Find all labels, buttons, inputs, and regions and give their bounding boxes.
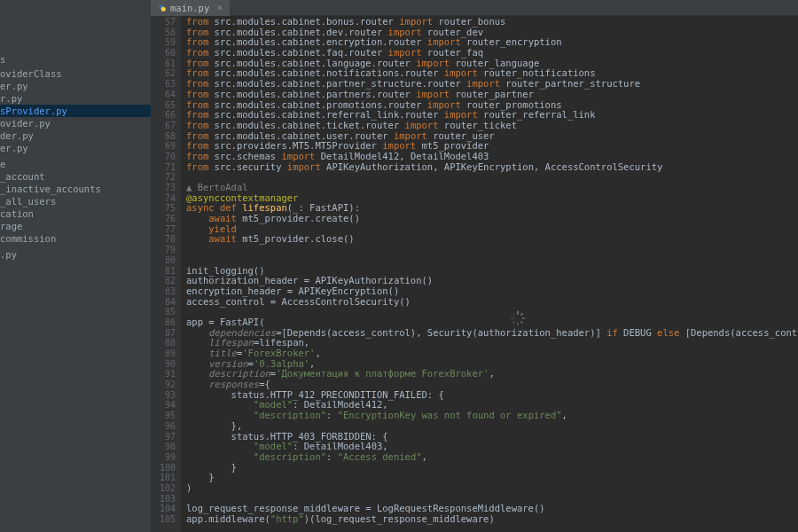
line-number: 71 [151, 162, 176, 173]
line-number: 91 [151, 369, 176, 379]
code-line[interactable]: description='Документация к платформе Fo… [186, 369, 798, 379]
line-gutter: 5758596061626364656667686970717273747576… [151, 16, 181, 532]
line-number: 73 [151, 183, 176, 193]
code-line[interactable]: access_control = AccessControlSecurity() [186, 297, 798, 308]
close-icon[interactable]: × [216, 2, 223, 13]
code-line[interactable] [186, 307, 798, 317]
tab-label: main.py [170, 3, 209, 13]
code-line[interactable]: from src.modules.cabinet.bonus.router im… [186, 17, 798, 27]
line-number: 67 [151, 121, 176, 131]
line-number: 104 [151, 504, 176, 514]
author-hint: ▲ BertoAdal [186, 182, 248, 192]
code-line[interactable]: from src.modules.cabinet.partners.router… [186, 90, 798, 100]
line-number: 74 [151, 193, 176, 204]
line-number: 88 [151, 338, 176, 348]
line-number: 86 [151, 317, 176, 328]
sidebar-item[interactable]: sProvider.py [0, 105, 151, 117]
line-number: 64 [151, 90, 176, 100]
line-number: 79 [151, 245, 176, 255]
line-number: 84 [151, 297, 176, 308]
line-number: 92– [151, 379, 176, 390]
code-line[interactable]: responses={ [186, 379, 798, 390]
tab-main-py[interactable]: main.py × [151, 0, 230, 16]
sidebar-item[interactable]: er.py [0, 80, 151, 92]
code-line[interactable]: encryption_header = APIKeyEncryption() [186, 286, 798, 297]
line-number: 60 [151, 48, 176, 59]
line-number: 58 [151, 27, 176, 38]
line-number: 70 [151, 152, 176, 162]
sidebar-item[interactable]: der.py [0, 129, 151, 142]
line-number: 57 [151, 17, 176, 27]
sidebar-item[interactable]: _account [0, 170, 151, 183]
line-number: 96 [151, 421, 176, 432]
line-number: 80 [151, 255, 176, 266]
line-number: 89 [151, 348, 176, 359]
svg-point-1 [161, 6, 166, 11]
line-number: 101 [151, 473, 176, 483]
line-number: 87– [151, 328, 176, 339]
line-number: 76– [151, 214, 176, 224]
code-line[interactable]: await mt5_provider.close() [186, 234, 798, 245]
sidebar-item[interactable]: cation [0, 207, 151, 220]
line-number: 93– [151, 390, 176, 401]
line-number: 100 [151, 463, 176, 473]
line-number: 98 [151, 442, 176, 452]
line-number: 81 [151, 266, 176, 277]
sidebar-item[interactable]: r.py [0, 92, 151, 105]
sidebar-item[interactable]: s [0, 53, 151, 66]
code-area[interactable]: from src.modules.cabinet.bonus.router im… [181, 16, 798, 532]
line-number: 66 [151, 110, 176, 121]
code-editor[interactable]: 5758596061626364656667686970717273747576… [151, 16, 798, 532]
code-line[interactable]: from src.modules.cabinet.ticket.router i… [186, 121, 798, 131]
code-line[interactable] [186, 255, 798, 266]
code-line[interactable]: "description": "EncryptionKey was not fo… [186, 411, 798, 421]
sidebar-item[interactable]: er.py [0, 142, 151, 154]
line-number: 82 [151, 276, 176, 286]
line-number: 102 [151, 483, 176, 494]
sidebar-item[interactable]: .py [0, 248, 151, 261]
line-number: 95 [151, 411, 176, 421]
code-line[interactable] [186, 172, 798, 183]
project-sidebar[interactable]: soviderClasser.pyr.pysProvider.pyovider.… [0, 0, 151, 532]
sidebar-item[interactable]: e [0, 158, 151, 170]
code-line[interactable]: ) [186, 483, 798, 494]
code-line[interactable]: } [186, 463, 798, 473]
sidebar-item[interactable]: _all_users [0, 195, 151, 207]
code-line[interactable]: await mt5_provider.create() [186, 214, 798, 224]
code-line[interactable]: from src.schemas import DetailModel412, … [186, 152, 798, 162]
sidebar-item[interactable]: ovider.py [0, 117, 151, 129]
line-number: 59 [151, 37, 176, 48]
code-line[interactable]: }, [186, 421, 798, 432]
sidebar-item[interactable]: rage [0, 220, 151, 232]
line-number: 85 [151, 307, 176, 317]
line-number: 105 [151, 514, 176, 525]
line-number: 90 [151, 359, 176, 370]
line-number: 61 [151, 59, 176, 69]
line-number: 68 [151, 131, 176, 142]
code-line[interactable] [186, 245, 798, 255]
line-number: 83 [151, 286, 176, 297]
tab-bar: main.py × [151, 0, 798, 16]
line-number: 62 [151, 68, 176, 79]
line-number: 75 [151, 203, 176, 214]
line-number: 78 [151, 234, 176, 245]
sidebar-item[interactable]: oviderClass [0, 67, 151, 80]
line-number: 65 [151, 100, 176, 111]
line-number: 99 [151, 452, 176, 463]
sidebar-item[interactable]: commission [0, 232, 151, 245]
code-line[interactable]: from src.security import APIKeyAuthoriza… [186, 162, 798, 173]
code-line[interactable]: app = FastAPI( [186, 317, 798, 328]
sidebar-item[interactable]: _inactive_accounts [0, 183, 151, 195]
line-number: 72 [151, 172, 176, 183]
code-line[interactable]: from src.modules.cabinet.faq.router impo… [186, 48, 798, 59]
code-line[interactable]: } [186, 473, 798, 483]
line-number: 63 [151, 79, 176, 90]
line-number: 69 [151, 141, 176, 152]
python-icon [158, 4, 167, 12]
code-line[interactable]: "description": "Access denied", [186, 452, 798, 463]
code-line[interactable]: app.middleware("http")(log_request_respo… [186, 514, 798, 525]
line-number: 97– [151, 432, 176, 442]
line-number: 103 [151, 494, 176, 505]
line-number: 94 [151, 400, 176, 411]
line-number: 77 [151, 224, 176, 235]
